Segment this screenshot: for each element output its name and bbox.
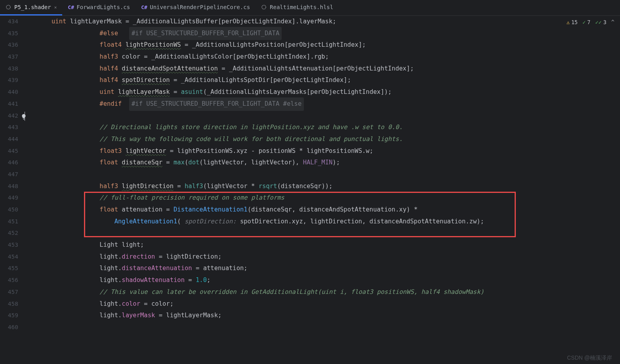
token: float bbox=[99, 204, 118, 216]
line-number[interactable]: 456 bbox=[0, 274, 18, 286]
code-line[interactable]: half3 lightDirection = half3(lightVector… bbox=[40, 181, 620, 192]
code-line[interactable]: Light light; bbox=[40, 239, 620, 251]
token: attenuation bbox=[118, 204, 166, 216]
line-number[interactable]: 446 bbox=[0, 157, 18, 169]
token: shadowAttenuation bbox=[122, 274, 185, 286]
token: layerMask bbox=[299, 16, 332, 28]
warnings-count: 15 bbox=[571, 19, 578, 25]
tab-bar: P5_1.shader✕C#ForwardLights.csC#Universa… bbox=[0, 0, 620, 16]
tab[interactable]: C#UniversalRenderPipelineCore.cs bbox=[135, 0, 256, 15]
token: spotDirection: bbox=[181, 216, 240, 228]
line-number[interactable]: 454 bbox=[0, 251, 18, 263]
token bbox=[170, 74, 174, 86]
line-number[interactable]: 452 bbox=[0, 227, 18, 239]
code-line[interactable]: AngleAttenuation1( spotDirection: spotDi… bbox=[40, 216, 620, 228]
code-line[interactable] bbox=[40, 169, 620, 181]
line-number[interactable]: 457 bbox=[0, 286, 18, 298]
line-number[interactable]: 458 bbox=[0, 298, 18, 310]
close-icon[interactable]: ✕ bbox=[54, 5, 57, 10]
line-number[interactable]: 448 bbox=[0, 181, 18, 192]
code-line[interactable]: // full-float precision required on some… bbox=[40, 192, 620, 204]
line-number[interactable]: 435 bbox=[0, 28, 18, 40]
code-line[interactable]: light.shadowAttenuation = 1.0; bbox=[40, 274, 620, 286]
chevron-up-icon[interactable]: ^ bbox=[611, 19, 614, 25]
token: ) bbox=[325, 181, 329, 192]
line-number[interactable]: 455 bbox=[0, 263, 18, 274]
line-number[interactable]: 438 bbox=[0, 63, 18, 75]
line-number[interactable]: 447 bbox=[0, 169, 18, 181]
line-number[interactable]: 443 bbox=[0, 122, 18, 133]
line-number[interactable]: 450 bbox=[0, 204, 18, 216]
code-line[interactable] bbox=[40, 322, 620, 334]
line-number[interactable]: 434 bbox=[0, 16, 18, 28]
line-number[interactable]: 460 bbox=[0, 322, 18, 334]
token: lightVector bbox=[203, 157, 244, 169]
code-line[interactable]: float attenuation = DistanceAttenuation1… bbox=[40, 204, 620, 216]
code-line[interactable] bbox=[40, 227, 620, 239]
code-line[interactable]: #endif #if USE_STRUCTURED_BUFFER_FOR_LIG… bbox=[40, 98, 620, 110]
token bbox=[118, 28, 129, 40]
token: float4 bbox=[99, 39, 122, 51]
token: . bbox=[296, 16, 299, 28]
code-line[interactable]: light.layerMask = lightLayerMask; bbox=[40, 310, 620, 322]
token: - bbox=[251, 145, 255, 157]
code-line[interactable]: half4 spotDirection = _AdditionalLightsS… bbox=[40, 74, 620, 86]
code-line[interactable]: float distanceSqr = max(dot(lightVector,… bbox=[40, 157, 620, 169]
token: 1.0 bbox=[196, 274, 207, 286]
code-line[interactable] bbox=[40, 110, 620, 122]
line-number[interactable]: 441 bbox=[0, 98, 18, 110]
line-number[interactable]: 459 bbox=[0, 310, 18, 322]
code-area[interactable]: uint lightLayerMask = _AdditionalLightsB… bbox=[24, 16, 620, 364]
line-number[interactable]: 453 bbox=[0, 239, 18, 251]
code-line[interactable]: uint lightLayerMask = asuint(_Additional… bbox=[40, 86, 620, 98]
tab[interactable]: RealtimeLights.hlsl bbox=[256, 0, 339, 15]
token bbox=[192, 274, 196, 286]
line-number[interactable]: 445 bbox=[0, 145, 18, 157]
token bbox=[181, 181, 185, 192]
code-line[interactable]: half4 distanceAndSpotAttenuation = _Addi… bbox=[40, 63, 620, 75]
code-line[interactable]: #else #if USE_STRUCTURED_BUFFER_FOR_LIGH… bbox=[40, 28, 620, 40]
code-line[interactable]: uint lightLayerMask = _AdditionalLightsB… bbox=[40, 16, 620, 28]
tab[interactable]: P5_1.shader✕ bbox=[0, 0, 62, 15]
token: ; bbox=[140, 239, 144, 251]
editor-area: 4344354364374384394404414424434444454464… bbox=[0, 16, 620, 364]
code-line[interactable]: float4 lightPositionWS = _AdditionalLigh… bbox=[40, 39, 620, 51]
check2-badge[interactable]: ✓✓ 3 bbox=[595, 19, 606, 25]
code-line[interactable]: light.color = color; bbox=[40, 298, 620, 310]
token: #endif bbox=[99, 98, 122, 110]
token: . bbox=[288, 216, 292, 228]
tab[interactable]: C#ForwardLights.cs bbox=[62, 0, 135, 15]
line-number[interactable]: 442 bbox=[0, 110, 18, 122]
token: ; bbox=[410, 63, 414, 75]
code-line[interactable]: light.direction = lightDirection; bbox=[40, 251, 620, 263]
code-line[interactable]: float3 lightVector = lightPositionWS.xyz… bbox=[40, 145, 620, 157]
token: . bbox=[310, 51, 314, 63]
code-line[interactable]: light.distanceAttenuation = attenuation; bbox=[40, 263, 620, 274]
code-line[interactable]: // This way the following code will work… bbox=[40, 133, 620, 145]
warnings-badge[interactable]: ⚠ 15 bbox=[567, 19, 578, 25]
line-number[interactable]: 437 bbox=[0, 51, 18, 63]
line-number[interactable]: 439 bbox=[0, 74, 18, 86]
line-number[interactable]: 440 bbox=[0, 86, 18, 98]
check1-badge[interactable]: ✓ 7 bbox=[582, 19, 590, 25]
token: uint bbox=[52, 16, 66, 28]
token: . bbox=[465, 216, 469, 228]
code-line[interactable]: half3 color = _AdditionalLightsColor[per… bbox=[40, 51, 620, 63]
token: dot bbox=[188, 157, 199, 169]
token bbox=[162, 157, 166, 169]
token: xy bbox=[399, 204, 406, 216]
token: lightDirection bbox=[122, 181, 174, 192]
line-number[interactable]: 444 bbox=[0, 133, 18, 145]
token: . bbox=[362, 145, 366, 157]
token: distanceSqr bbox=[281, 181, 322, 192]
token: lightDirection bbox=[162, 251, 218, 263]
line-number[interactable]: 449 bbox=[0, 192, 18, 204]
check1-count: 7 bbox=[587, 19, 590, 25]
token: lightPositionWS bbox=[126, 39, 181, 51]
line-number[interactable]: 451 bbox=[0, 216, 18, 228]
line-number[interactable]: 436 bbox=[0, 39, 18, 51]
code-line[interactable]: // Directional lights store direction in… bbox=[40, 122, 620, 133]
token bbox=[118, 181, 122, 192]
code-line[interactable]: // This value can later be overridden in… bbox=[40, 286, 620, 298]
token: color bbox=[118, 51, 144, 63]
